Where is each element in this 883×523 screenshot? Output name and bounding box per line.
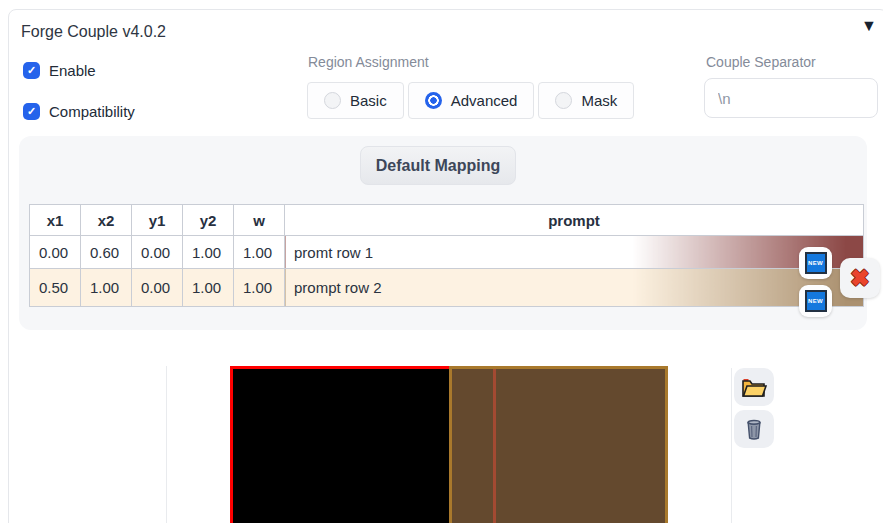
divider bbox=[731, 368, 732, 523]
col-header-x2: x2 bbox=[81, 205, 132, 236]
region-1-right-edge bbox=[493, 369, 496, 523]
region-2-box[interactable] bbox=[449, 366, 668, 523]
table-row: 0.00 0.60 0.00 1.00 1.00 promt row 1 bbox=[30, 236, 864, 269]
extension-title: Forge Couple v4.0.2 bbox=[21, 23, 166, 41]
table-header-row: x1 x2 y1 y2 w prompt bbox=[30, 205, 864, 236]
radio-mask-label: Mask bbox=[581, 92, 617, 109]
cell-x1[interactable]: 0.50 bbox=[30, 269, 81, 307]
radio-basic[interactable]: Basic bbox=[307, 82, 404, 119]
delete-row-button[interactable]: ✖ bbox=[840, 258, 880, 298]
compatibility-checkbox[interactable]: ✓ Compatibility bbox=[23, 103, 135, 120]
clear-canvas-button[interactable] bbox=[734, 410, 774, 448]
couple-separator-input[interactable] bbox=[704, 78, 878, 118]
cell-w[interactable]: 1.00 bbox=[234, 236, 285, 269]
table-row: 0.50 1.00 0.00 1.00 1.00 prompt row 2 bbox=[30, 269, 864, 307]
load-background-button[interactable] bbox=[734, 368, 774, 406]
radio-selected-icon bbox=[425, 92, 442, 109]
new-icon: NEW bbox=[805, 252, 827, 274]
folder-icon bbox=[741, 376, 767, 398]
cell-prompt[interactable]: promt row 1 bbox=[285, 236, 864, 269]
forge-couple-accordion: Forge Couple v4.0.2 ▼ ✓ Enable ✓ Compati… bbox=[8, 9, 883, 523]
new-row-button[interactable]: NEW bbox=[799, 285, 832, 317]
checkmark-icon: ✓ bbox=[23, 103, 40, 120]
col-header-x1: x1 bbox=[30, 205, 81, 236]
compatibility-label: Compatibility bbox=[49, 103, 135, 120]
cell-x2[interactable]: 1.00 bbox=[81, 269, 132, 307]
accordion-header[interactable]: Forge Couple v4.0.2 ▼ bbox=[9, 10, 883, 56]
region-assignment-label: Region Assignment bbox=[308, 54, 429, 70]
cell-y2[interactable]: 1.00 bbox=[183, 236, 234, 269]
radio-circle-icon bbox=[324, 92, 341, 109]
radio-advanced[interactable]: Advanced bbox=[408, 82, 535, 119]
mapping-table: x1 x2 y1 y2 w prompt 0.00 0.60 0.00 1.00… bbox=[29, 204, 864, 307]
cell-x1[interactable]: 0.00 bbox=[30, 236, 81, 269]
cell-prompt[interactable]: prompt row 2 bbox=[285, 269, 864, 307]
cell-x2[interactable]: 0.60 bbox=[81, 236, 132, 269]
region-preview-canvas[interactable] bbox=[230, 366, 668, 523]
default-mapping-button[interactable]: Default Mapping bbox=[360, 146, 516, 185]
new-icon: NEW bbox=[805, 290, 827, 312]
radio-mask[interactable]: Mask bbox=[538, 82, 634, 119]
new-row-button[interactable]: NEW bbox=[799, 247, 832, 279]
cell-w[interactable]: 1.00 bbox=[234, 269, 285, 307]
delete-icon: ✖ bbox=[850, 267, 869, 290]
radio-basic-label: Basic bbox=[350, 92, 387, 109]
chevron-down-icon[interactable]: ▼ bbox=[861, 17, 877, 35]
divider bbox=[166, 366, 167, 523]
cell-y2[interactable]: 1.00 bbox=[183, 269, 234, 307]
trash-icon bbox=[745, 418, 763, 440]
couple-separator-label: Couple Separator bbox=[706, 54, 816, 70]
radio-advanced-label: Advanced bbox=[451, 92, 518, 109]
cell-y1[interactable]: 0.00 bbox=[132, 236, 183, 269]
enable-label: Enable bbox=[49, 62, 96, 79]
radio-circle-icon bbox=[555, 92, 572, 109]
cell-y1[interactable]: 0.00 bbox=[132, 269, 183, 307]
checkmark-icon: ✓ bbox=[23, 62, 40, 79]
col-header-w: w bbox=[234, 205, 285, 236]
col-header-prompt: prompt bbox=[285, 205, 864, 236]
enable-checkbox[interactable]: ✓ Enable bbox=[23, 62, 96, 79]
col-header-y2: y2 bbox=[183, 205, 234, 236]
region-assignment-radio-group: Basic Advanced Mask bbox=[307, 82, 634, 119]
col-header-y1: y1 bbox=[132, 205, 183, 236]
